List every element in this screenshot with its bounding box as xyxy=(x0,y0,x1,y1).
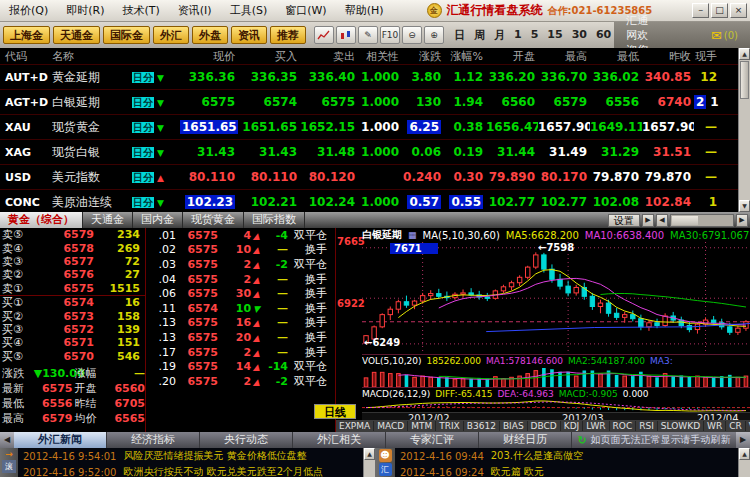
news-tab[interactable]: 外汇相关 xyxy=(293,432,386,448)
close-button[interactable]: × xyxy=(730,3,747,18)
scroll-down-icon[interactable]: ▼ xyxy=(739,200,750,212)
indicator-tab[interactable]: RSI xyxy=(636,421,658,431)
refresh-note-area[interactable]: ↻ 如页面无法正常显示请手动刷新 xyxy=(572,433,736,447)
ask-row[interactable]: 卖④6578269 xyxy=(0,241,145,254)
indicator-tab[interactable]: ROC xyxy=(610,421,637,431)
scroll-thumb[interactable] xyxy=(740,61,749,99)
scroll-up-icon[interactable]: ▲ xyxy=(739,48,750,60)
quote-row[interactable]: AGT+D白银延期日分▼6575657465751.0001301.946560… xyxy=(0,89,750,114)
tick-row[interactable]: .11657410▼—换手 xyxy=(146,301,335,316)
market-button[interactable]: 国际金 xyxy=(103,26,150,44)
roll-news-icon[interactable]: 滚 xyxy=(2,460,16,473)
indicator-tab[interactable]: MACD xyxy=(374,421,408,431)
news-tab[interactable]: 财经日历 xyxy=(479,432,572,448)
tabs-scroll-left-icon[interactable]: ◀ xyxy=(0,432,14,448)
group-tab[interactable]: 天通金 xyxy=(83,212,133,228)
quote-row[interactable]: XAG现货白银日分▼31.4331.4331.481.0000.060.1931… xyxy=(0,139,750,164)
period-button[interactable]: 日 xyxy=(454,28,465,43)
bid-row[interactable]: 买③6572139 xyxy=(0,323,145,336)
news-tab[interactable]: 外汇新闻 xyxy=(14,432,107,448)
mail-button[interactable]: ✉ (0) xyxy=(711,28,738,43)
minimize-button[interactable]: － xyxy=(692,3,709,18)
scroll-right-icon[interactable]: ▶ xyxy=(736,214,748,227)
market-button[interactable]: 天通金 xyxy=(53,26,100,44)
scroll-up-icon[interactable]: ▲ xyxy=(739,448,750,460)
group-tab[interactable]: 国内金 xyxy=(133,212,183,228)
period-badge[interactable]: 日分 xyxy=(132,97,154,108)
horizontal-scrollbar[interactable] xyxy=(670,214,734,227)
period-button[interactable]: 15 xyxy=(547,28,562,43)
indicator-tab[interactable]: DBCD xyxy=(528,421,561,431)
indicator-tab[interactable]: B3612 xyxy=(464,421,500,431)
quote-row[interactable]: USD美元指数日分▲80.11080.11080.1200.2400.3079.… xyxy=(0,164,750,189)
F10-icon[interactable]: F10 xyxy=(380,26,400,44)
tick-row[interactable]: .0465752▲—换手 xyxy=(146,272,335,287)
volume-pane[interactable] xyxy=(362,367,750,387)
period-badge[interactable]: 日分 xyxy=(132,72,154,83)
expand-icon[interactable]: ▶ xyxy=(642,214,654,227)
bid-row[interactable]: 买①657416 xyxy=(0,296,145,309)
period-dayline-button[interactable]: 日线 xyxy=(314,404,356,419)
group-tab[interactable]: 现货黄金 xyxy=(183,212,244,228)
market-button[interactable]: 推荐 xyxy=(270,26,306,44)
tick-row[interactable]: .06657530▲—换手 xyxy=(146,286,335,301)
scroll-up-icon[interactable]: ▲ xyxy=(364,448,375,460)
tick-row[interactable]: .13657516▲—换手 xyxy=(146,316,335,331)
chart-panel[interactable]: 白银延期 ▦ MA(5,10,30,60) MA5:6628.200 MA10:… xyxy=(362,228,750,432)
macd-pane[interactable] xyxy=(362,400,750,412)
tick-row[interactable]: .19657514▲-14双平仓 xyxy=(146,359,335,374)
ask-row[interactable]: 卖⑤6579234 xyxy=(0,228,145,241)
quote-scrollbar[interactable]: ▲ ▼ xyxy=(738,48,750,212)
news-item[interactable]: 2012-4-16 9:52:00欧洲央行按兵不动 欧元兑美元跌至2个月低点 xyxy=(18,464,363,477)
settings-button[interactable]: 设置 xyxy=(608,214,640,227)
tick-row[interactable]: .0165754▲-4双平仓 xyxy=(146,228,335,243)
tick-row[interactable]: .02657510▲—换手 xyxy=(146,243,335,258)
zoom-out-icon[interactable]: ⊖ xyxy=(402,26,422,44)
menu-item[interactable]: 技术(T) xyxy=(113,3,168,18)
menu-item[interactable]: 工具(S) xyxy=(221,3,277,18)
market-button[interactable]: 资讯 xyxy=(231,26,267,44)
pen-icon[interactable]: ✎ xyxy=(358,26,378,44)
period-button[interactable]: 30 xyxy=(572,28,587,43)
indicator-tab[interactable]: TRIX xyxy=(436,421,464,431)
tabs-scroll-right-icon[interactable]: ▶ xyxy=(736,432,750,448)
tick-row[interactable]: .13657520▲—换手 xyxy=(146,330,335,345)
ask-row[interactable]: 卖③657772 xyxy=(0,255,145,268)
indicator-tab[interactable]: SLOWKD xyxy=(658,421,704,431)
group-tab[interactable]: 国际指数 xyxy=(244,212,305,228)
period-badge[interactable]: 日分 xyxy=(132,172,154,183)
period-badge[interactable]: 日分 xyxy=(132,147,154,158)
indicator-tab[interactable]: WR xyxy=(704,421,726,431)
news-item[interactable]: 2012-4-16 09:24欧元篇 欧元 xyxy=(395,464,738,477)
period-button[interactable]: 周 xyxy=(474,28,485,43)
news-tab[interactable]: 经济指标 xyxy=(107,432,200,448)
candle-chart-icon[interactable] xyxy=(336,26,356,44)
zoom-in-icon[interactable]: ⊕ xyxy=(424,26,444,44)
indicator-tab[interactable]: LWR xyxy=(583,421,609,431)
line-chart-icon[interactable] xyxy=(314,26,334,44)
tick-row[interactable]: .2065752▲-2双平仓 xyxy=(146,374,335,389)
bid-row[interactable]: 买④6571151 xyxy=(0,336,145,349)
indicator-tab[interactable]: MTM xyxy=(408,421,436,431)
market-button[interactable]: 外盘 xyxy=(192,26,228,44)
news-left-scrollbar[interactable]: ▲ xyxy=(363,448,375,477)
bid-row[interactable]: 买②6573158 xyxy=(0,309,145,322)
tab-gold-composite[interactable]: 黄金（综合） xyxy=(0,212,83,228)
quote-row[interactable]: CONC美原油连续日分▼102.23102.21102.241.0000.570… xyxy=(0,189,750,214)
indicator-tab[interactable]: CR xyxy=(726,421,746,431)
news-right-scrollbar[interactable]: ▲ xyxy=(738,448,750,477)
tick-row[interactable]: .1765752▲—换手 xyxy=(146,345,335,360)
period-badge[interactable]: 日分 xyxy=(132,122,154,133)
menu-item[interactable]: 即时(R) xyxy=(57,3,113,18)
quote-row[interactable]: AUT+D黄金延期日分▼336.36336.35336.401.0003.801… xyxy=(0,64,750,89)
maximize-button[interactable]: □ xyxy=(711,3,728,18)
price-pane[interactable]: 7671 ←7598 ←6249 xyxy=(362,242,750,354)
menu-item[interactable]: 帮助(H) xyxy=(336,3,393,18)
menu-item[interactable]: 窗口(W) xyxy=(276,3,335,18)
quote-row[interactable]: XAU现货黄金日分▼1651.651651.651652.151.0006.25… xyxy=(0,114,750,139)
hscroll-thumb[interactable] xyxy=(672,216,698,225)
market-button[interactable]: 上海金 xyxy=(3,26,50,44)
news-item[interactable]: 2012-4-16 09:44203.什么是逢高做空 xyxy=(395,448,738,464)
news-tab[interactable]: 央行动态 xyxy=(200,432,293,448)
period-button[interactable]: 月 xyxy=(494,28,505,43)
